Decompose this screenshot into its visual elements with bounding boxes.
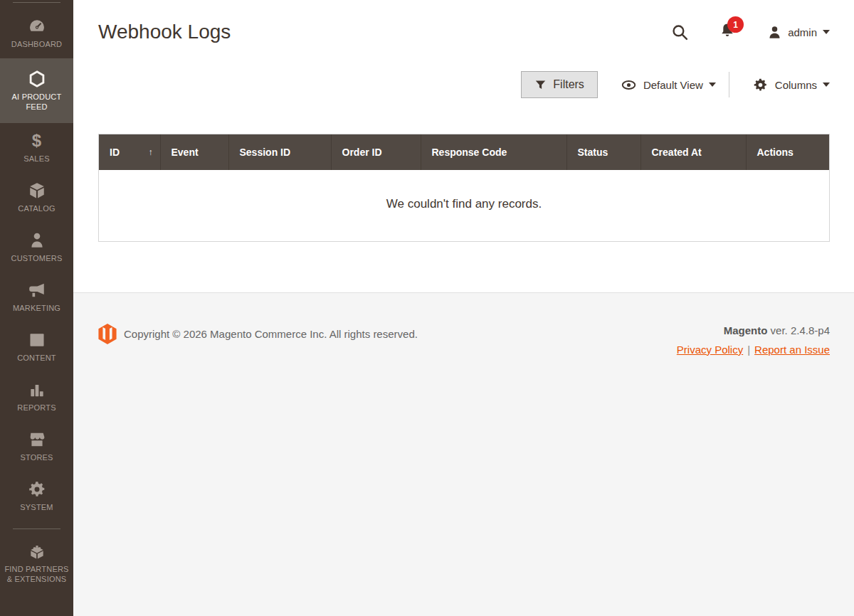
catalog-icon — [28, 181, 46, 200]
copyright-text: Copyright © 2026 Magento Commerce Inc. A… — [124, 324, 418, 344]
page-header: Webhook Logs 1 admin — [73, 0, 854, 46]
column-header-session-id[interactable]: Session ID — [228, 134, 331, 170]
sidebar-top-divider — [13, 2, 60, 3]
version-number: ver. 2.4.8-p4 — [771, 324, 830, 336]
ai-product-feed-icon — [28, 70, 46, 88]
sidebar-item-system[interactable]: SYSTEM — [0, 472, 73, 521]
grid-header-row: ID↑ Event Session ID Order ID Response C… — [99, 134, 829, 170]
eye-icon — [621, 78, 636, 92]
sidebar-item-label: AI PRODUCT FEED — [3, 92, 70, 112]
empty-records-message: We couldn't find any records. — [99, 170, 829, 241]
system-icon — [28, 480, 46, 499]
toolbar-divider — [729, 72, 729, 97]
main-page: Webhook Logs 1 admin Filters — [73, 0, 854, 616]
sidebar-item-reports[interactable]: REPORTS — [0, 372, 73, 422]
sidebar-item-dashboard[interactable]: DASHBOARD — [0, 9, 73, 58]
customers-icon — [28, 231, 46, 250]
sidebar-item-ai-product-feed[interactable]: AI PRODUCT FEED — [0, 58, 73, 123]
sidebar-item-find-partners[interactable]: FIND PARTNERS & EXTENSIONS — [0, 533, 73, 593]
footer-right: Magento ver. 2.4.8-p4 Privacy Policy|Rep… — [677, 324, 830, 356]
sidebar-item-sales[interactable]: $ SALES — [0, 123, 73, 173]
sidebar-item-label: CONTENT — [17, 353, 56, 363]
sidebar-item-content[interactable]: CONTENT — [0, 322, 73, 372]
link-separator: | — [747, 344, 750, 356]
page-content: Webhook Logs 1 admin Filters — [73, 0, 854, 292]
magento-logo-icon — [98, 324, 117, 344]
columns-selector[interactable]: Columns — [753, 78, 830, 92]
reports-icon — [28, 381, 46, 399]
notifications-button[interactable]: 1 — [719, 22, 736, 42]
column-header-status[interactable]: Status — [566, 134, 640, 170]
column-header-event[interactable]: Event — [160, 134, 228, 170]
empty-records-row: We couldn't find any records. — [99, 170, 829, 241]
sidebar-item-label: SALES — [23, 154, 49, 164]
admin-sidebar: DASHBOARD AI PRODUCT FEED $ SALES CATALO… — [0, 0, 73, 616]
sidebar-item-label: STORES — [20, 452, 53, 462]
page-title: Webhook Logs — [98, 18, 231, 46]
chevron-down-icon — [709, 83, 716, 87]
sidebar-item-label: CUSTOMERS — [11, 253, 63, 263]
sidebar-item-label: DASHBOARD — [11, 39, 62, 49]
sales-icon: $ — [28, 132, 46, 150]
dashboard-icon — [28, 17, 46, 36]
account-controls: 1 admin — [671, 22, 830, 42]
column-header-id[interactable]: ID↑ — [99, 134, 160, 170]
sidebar-item-catalog[interactable]: CATALOG — [0, 173, 73, 223]
page-footer: Copyright © 2026 Magento Commerce Inc. A… — [73, 292, 854, 616]
privacy-policy-link[interactable]: Privacy Policy — [677, 344, 743, 356]
sidebar-bottom-divider — [13, 529, 60, 529]
sidebar-item-customers[interactable]: CUSTOMERS — [0, 223, 73, 272]
view-selector[interactable]: Default View — [621, 78, 716, 92]
stores-icon — [28, 430, 46, 449]
chevron-down-icon — [823, 83, 830, 87]
filter-funnel-icon — [534, 79, 547, 91]
view-selector-label: Default View — [643, 79, 703, 91]
user-icon — [767, 25, 782, 40]
admin-account-menu[interactable]: admin — [767, 25, 830, 40]
sort-ascending-icon: ↑ — [149, 147, 153, 157]
admin-username: admin — [788, 26, 817, 38]
sidebar-item-label: SYSTEM — [20, 502, 53, 512]
brand-name: Magento — [724, 324, 768, 336]
columns-selector-label: Columns — [775, 79, 817, 91]
column-header-response-code[interactable]: Response Code — [421, 134, 566, 170]
content-spacer — [73, 242, 854, 292]
filters-button[interactable]: Filters — [521, 71, 598, 98]
version-line: Magento ver. 2.4.8-p4 — [677, 324, 830, 338]
search-icon — [671, 23, 689, 41]
sidebar-item-marketing[interactable]: MARKETING — [0, 272, 73, 322]
webhook-logs-grid: ID↑ Event Session ID Order ID Response C… — [98, 134, 830, 242]
sidebar-item-stores[interactable]: STORES — [0, 422, 73, 472]
sidebar-item-label: MARKETING — [13, 303, 60, 313]
footer-links: Privacy Policy|Report an Issue — [677, 344, 830, 356]
sidebar-item-label: REPORTS — [17, 403, 56, 413]
grid-toolbar: Filters Default View Columns — [73, 71, 854, 98]
global-search-button[interactable] — [671, 23, 689, 41]
report-issue-link[interactable]: Report an Issue — [754, 344, 830, 356]
gear-icon — [753, 78, 768, 92]
sidebar-item-label: FIND PARTNERS & EXTENSIONS — [3, 564, 70, 584]
column-header-created-at[interactable]: Created At — [640, 134, 746, 170]
marketing-icon — [28, 281, 46, 299]
content-icon — [28, 331, 46, 349]
footer-left: Copyright © 2026 Magento Commerce Inc. A… — [98, 324, 418, 344]
chevron-down-icon — [823, 30, 830, 34]
notification-badge[interactable]: 1 — [727, 16, 744, 33]
column-header-order-id[interactable]: Order ID — [331, 134, 421, 170]
filters-label: Filters — [553, 78, 584, 91]
sidebar-item-label: CATALOG — [18, 203, 55, 213]
column-header-actions[interactable]: Actions — [746, 134, 829, 170]
find-partners-icon — [28, 542, 46, 561]
